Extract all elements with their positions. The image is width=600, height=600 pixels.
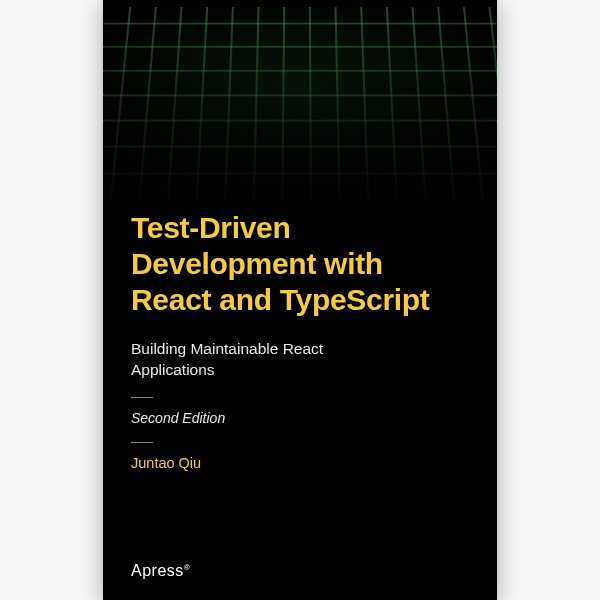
publisher-logo: Apress® — [131, 562, 190, 580]
book-edition: Second Edition — [131, 410, 469, 426]
book-title: Test-Driven Development with React and T… — [131, 210, 469, 318]
divider — [131, 397, 153, 398]
book-subtitle: Building Maintainable React Applications — [131, 338, 381, 381]
publisher-name: Apress — [131, 562, 184, 579]
cover-graphic — [103, 7, 497, 200]
book-cover: Test-Driven Development with React and T… — [103, 0, 497, 600]
registered-mark: ® — [184, 563, 190, 572]
divider — [131, 442, 153, 443]
book-author: Juntao Qiu — [131, 455, 469, 471]
cover-content: Test-Driven Development with React and T… — [131, 210, 469, 471]
